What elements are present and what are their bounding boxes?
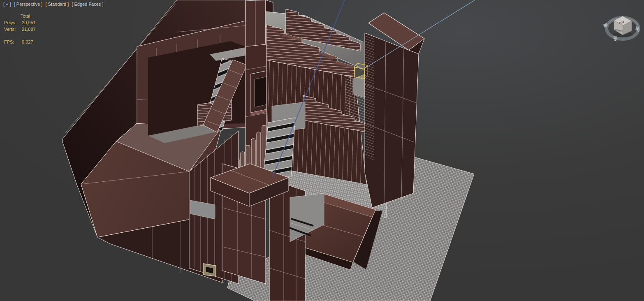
viewport-menu-shading-quality[interactable]: [ Standard ]	[45, 2, 69, 7]
viewport[interactable]: [ + ] [ Perspective ] [ Standard ] [ Edg…	[0, 0, 644, 301]
viewport-menu-pov[interactable]: [ Perspective ]	[14, 2, 43, 7]
stats-fps-value: 0.027	[22, 39, 33, 44]
viewport-canvas[interactable]	[0, 0, 644, 301]
stats-fps-label: FPS:	[4, 39, 21, 44]
viewcube[interactable]: W S E TOP FRONT	[601, 6, 644, 49]
stats-polys-label: Polys:	[4, 20, 21, 25]
crate-frame[interactable]	[203, 264, 216, 276]
right-wall[interactable]	[365, 33, 419, 208]
stats-verts-value: 21,887	[22, 27, 36, 32]
stats-header: Total	[21, 14, 30, 19]
viewport-menu-shading-mode[interactable]: [ Edged Faces ]	[72, 2, 103, 7]
stats-polys-value: 20,951	[22, 20, 36, 25]
viewport-menu-general[interactable]: [ + ]	[3, 2, 11, 7]
stats-verts-label: Verts:	[4, 27, 21, 32]
viewport-label-bar: [ + ] [ Perspective ] [ Standard ] [ Edg…	[3, 2, 105, 7]
stairs-center-flight	[263, 118, 295, 177]
